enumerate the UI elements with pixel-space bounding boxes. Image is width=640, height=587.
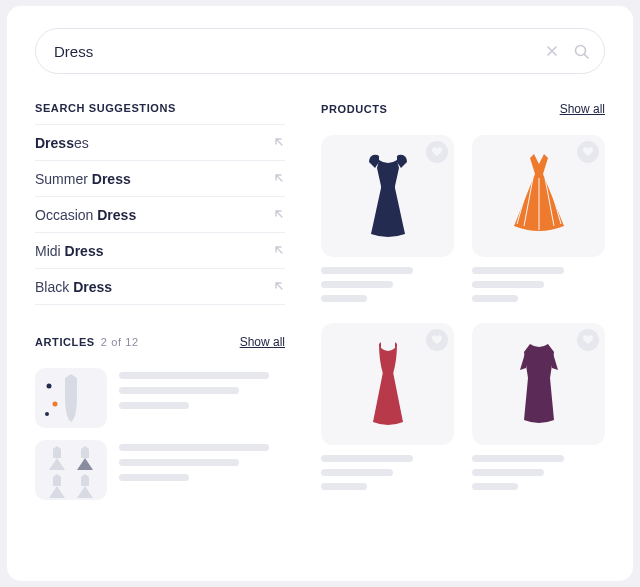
arrow-nw-icon xyxy=(273,171,285,187)
search-icon[interactable] xyxy=(573,43,590,60)
suggestion-item[interactable]: Midi Dress xyxy=(35,233,285,269)
suggestion-item[interactable]: Occasion Dress xyxy=(35,197,285,233)
suggestions-list: Dresses Summer Dress Occasion Dress Midi… xyxy=(35,124,285,305)
article-placeholder-lines xyxy=(119,368,285,428)
products-title: PRODUCTS xyxy=(321,103,388,115)
arrow-nw-icon xyxy=(273,279,285,295)
dress-icon xyxy=(510,152,568,240)
suggestions-title: SEARCH SUGGESTIONS xyxy=(35,102,285,114)
search-input[interactable] xyxy=(54,43,537,60)
products-show-all-link[interactable]: Show all xyxy=(560,102,605,116)
search-bar xyxy=(35,28,605,74)
svg-point-1 xyxy=(47,384,52,389)
favorite-button[interactable] xyxy=(426,329,448,351)
article-item[interactable] xyxy=(35,440,285,500)
favorite-button[interactable] xyxy=(577,329,599,351)
product-card-plum-dress[interactable] xyxy=(472,323,605,445)
search-dropdown-panel: SEARCH SUGGESTIONS Dresses Summer Dress … xyxy=(7,6,633,581)
product-card-red-dress[interactable] xyxy=(321,323,454,445)
article-item[interactable] xyxy=(35,368,285,428)
product-placeholder-lines xyxy=(321,267,454,302)
dress-icon xyxy=(359,340,417,428)
product-card-orange-dress[interactable] xyxy=(472,135,605,257)
article-thumb xyxy=(35,440,107,500)
product-card-navy-dress[interactable] xyxy=(321,135,454,257)
articles-show-all-link[interactable]: Show all xyxy=(240,335,285,349)
clear-icon[interactable] xyxy=(545,44,559,58)
product-placeholder-lines xyxy=(472,267,605,302)
article-placeholder-lines xyxy=(119,440,285,500)
dress-icon xyxy=(359,152,417,240)
article-thumb xyxy=(35,368,107,428)
arrow-nw-icon xyxy=(273,135,285,151)
arrow-nw-icon xyxy=(273,207,285,223)
products-grid xyxy=(321,135,605,497)
favorite-button[interactable] xyxy=(577,141,599,163)
articles-title: ARTICLES2 of 12 xyxy=(35,336,139,348)
svg-point-2 xyxy=(53,402,58,407)
product-placeholder-lines xyxy=(321,455,454,490)
svg-point-3 xyxy=(45,412,49,416)
suggestion-item[interactable]: Dresses xyxy=(35,125,285,161)
arrow-nw-icon xyxy=(273,243,285,259)
product-placeholder-lines xyxy=(472,455,605,490)
dress-icon xyxy=(510,340,568,428)
suggestion-item[interactable]: Black Dress xyxy=(35,269,285,305)
favorite-button[interactable] xyxy=(426,141,448,163)
suggestion-item[interactable]: Summer Dress xyxy=(35,161,285,197)
